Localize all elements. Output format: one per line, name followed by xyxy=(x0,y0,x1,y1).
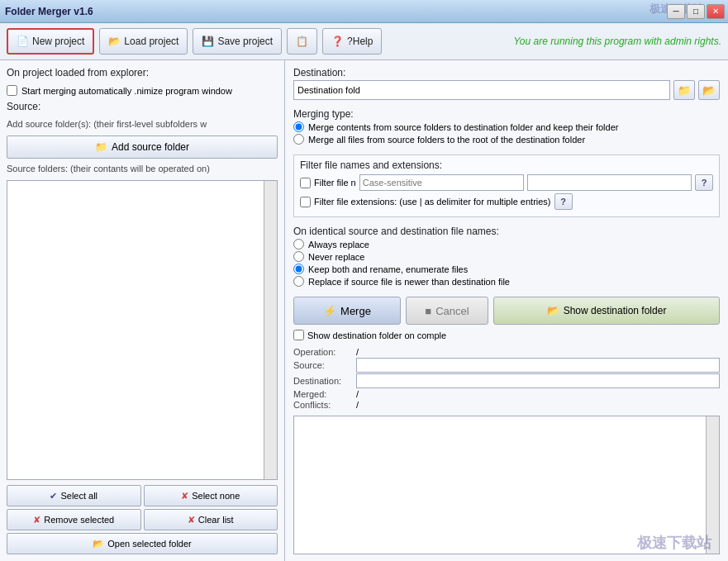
right-panel: Destination: 📁 📂 Merging type: Merge con… xyxy=(285,60,728,561)
dest-status-row: Destination: xyxy=(293,373,720,388)
save-project-button[interactable]: 💾 Save project xyxy=(193,28,282,55)
close-button[interactable]: ✕ xyxy=(707,4,725,19)
merged-value: / xyxy=(356,389,359,399)
filter-names-help-button[interactable]: ? xyxy=(695,174,713,191)
conflicts-value: / xyxy=(356,400,359,410)
open-selected-folder-button[interactable]: 📂 Open selected folder xyxy=(7,533,278,554)
show-dest-complete-checkbox[interactable] xyxy=(293,330,304,340)
auto-merge-checkbox[interactable] xyxy=(7,85,17,96)
load-project-button[interactable]: 📂 Load project xyxy=(99,28,188,55)
filter-ext-help-button[interactable]: ? xyxy=(554,193,573,210)
filter-ext-checkbox[interactable] xyxy=(300,197,311,207)
remove-selected-button[interactable]: ✘ Remove selected xyxy=(7,509,141,530)
browse-folder2-button[interactable]: 📂 xyxy=(698,80,720,100)
title-bar-text: Folder Merger v1.6 xyxy=(5,6,93,17)
auto-merge-label: Start merging automatically .nimize prog… xyxy=(21,86,232,96)
merge-option1-radio[interactable] xyxy=(293,121,304,132)
merge-button[interactable]: ⚡ Merge xyxy=(293,297,401,325)
identical-section: On identical source and destination file… xyxy=(293,226,720,288)
identical-section-label: On identical source and destination file… xyxy=(293,226,720,237)
never-replace-radio[interactable] xyxy=(293,251,304,262)
new-project-button[interactable]: 📄 New project xyxy=(7,28,94,55)
filter-section-label: Filter file names and extensions: xyxy=(300,159,713,171)
select-all-icon: ✔ xyxy=(50,491,57,502)
merging-type-section: Merging type: Merge contents from source… xyxy=(293,108,720,146)
merged-row: Merged: / xyxy=(293,389,720,399)
destination-section-label: Destination: xyxy=(293,67,720,78)
case-sensitive-input[interactable] xyxy=(359,174,524,191)
show-destination-button[interactable]: 📂 Show destination folder xyxy=(493,297,720,325)
admin-message: You are running this program with admin … xyxy=(514,36,721,47)
remove-icon: ✘ xyxy=(33,515,40,525)
list-scrollbar[interactable] xyxy=(264,181,277,479)
select-none-button[interactable]: ✘ Select none xyxy=(144,485,278,506)
merge-option1-label: Merge contents from source folders to de… xyxy=(308,122,618,132)
operation-value: / xyxy=(356,347,359,357)
open-folder-icon: 📂 xyxy=(93,539,104,549)
conflicts-label: Conflicts: xyxy=(293,400,351,410)
keep-both-radio[interactable] xyxy=(293,264,304,274)
open-selected-row: 📂 Open selected folder xyxy=(7,533,278,554)
extra-button[interactable]: 📋 xyxy=(287,28,317,55)
merge-option1-row: Merge contents from source folders to de… xyxy=(293,121,720,132)
help-button[interactable]: ❓ ?Help xyxy=(322,28,382,55)
browse-folder-button[interactable]: 📁 xyxy=(673,80,695,100)
filter-names-label: Filter file n xyxy=(314,178,356,188)
show-dest-complete-label: Show destination folder on comple xyxy=(307,330,446,340)
cancel-icon: ■ xyxy=(425,305,431,317)
filter-names-checkbox[interactable] xyxy=(300,178,311,188)
left-panel: On project loaded from explorer: Start m… xyxy=(0,60,285,561)
auto-merge-row: Start merging automatically .nimize prog… xyxy=(7,85,278,96)
clear-icon: ✘ xyxy=(188,515,195,525)
keep-both-row: Keep both and rename, enumerate files xyxy=(293,264,720,274)
never-replace-label: Never replace xyxy=(308,252,364,262)
operation-label: Operation: xyxy=(293,347,351,357)
status-section: Operation: / Source: Destination: Merged… xyxy=(293,347,720,411)
merge-option2-label: Merge all files from source folders to t… xyxy=(308,135,585,145)
source-value-bar xyxy=(356,358,720,373)
destination-input[interactable] xyxy=(293,80,670,100)
browse-folder-icon: 📁 xyxy=(678,84,691,97)
show-dest-complete-row: Show destination folder on comple xyxy=(293,330,720,340)
destination-section: Destination: 📁 📂 xyxy=(293,67,720,103)
extra-icon: 📋 xyxy=(296,36,308,47)
log-area[interactable] xyxy=(293,416,720,554)
cancel-button[interactable]: ■ Cancel xyxy=(406,297,488,325)
remove-buttons-row: ✘ Remove selected ✘ Clear list xyxy=(7,509,278,530)
conflicts-row: Conflicts: / xyxy=(293,400,720,410)
destination-row: 📁 📂 xyxy=(293,80,720,100)
filter-names-row: Filter file n ? xyxy=(300,174,713,191)
main-content: On project loaded from explorer: Start m… xyxy=(0,60,728,561)
select-none-icon: ✘ xyxy=(181,491,188,502)
help-icon: ❓ xyxy=(331,36,344,47)
never-replace-row: Never replace xyxy=(293,251,720,262)
source-status-label: Source: xyxy=(293,360,351,370)
replace-newer-radio[interactable] xyxy=(293,276,304,287)
source-folders-label: Source folders: (their contants will be … xyxy=(7,164,278,174)
maximize-button[interactable]: □ xyxy=(687,4,705,19)
replace-newer-label: Replace if source file is newer than des… xyxy=(308,277,510,287)
merge-option2-row: Merge all files from source folders to t… xyxy=(293,134,720,145)
toolbar: 📄 New project 📂 Load project 💾 Save proj… xyxy=(0,23,728,60)
merge-icon: ⚡ xyxy=(323,305,336,317)
source-folders-list[interactable] xyxy=(7,180,278,480)
dest-status-label: Destination: xyxy=(293,376,351,386)
add-source-folder-button[interactable]: 📁 Add source folder xyxy=(7,135,278,159)
operation-row: Operation: / xyxy=(293,347,720,357)
select-buttons-row: ✔ Select all ✘ Select none xyxy=(7,485,278,506)
log-scrollbar[interactable] xyxy=(706,416,719,554)
filter-ext-row: Filter file extensions: (use | as delimi… xyxy=(300,193,713,210)
title-bar-controls: ─ □ ✕ xyxy=(667,4,725,19)
load-project-icon: 📂 xyxy=(108,36,121,47)
select-all-button[interactable]: ✔ Select all xyxy=(7,485,141,506)
clear-list-button[interactable]: ✘ Clear list xyxy=(144,509,278,530)
filter-ext-label: Filter file extensions: (use | as delimi… xyxy=(314,197,551,207)
merge-option2-radio[interactable] xyxy=(293,134,304,145)
always-replace-radio[interactable] xyxy=(293,239,304,250)
filter-names-input[interactable] xyxy=(527,174,692,191)
title-bar: Folder Merger v1.6 极速下载站 ─ □ ✕ xyxy=(0,0,728,23)
dest-value-bar xyxy=(356,373,720,388)
minimize-button[interactable]: ─ xyxy=(667,4,685,19)
add-source-hint: Add source folder(s): (their first-level… xyxy=(7,119,278,129)
source-status-row: Source: xyxy=(293,358,720,373)
